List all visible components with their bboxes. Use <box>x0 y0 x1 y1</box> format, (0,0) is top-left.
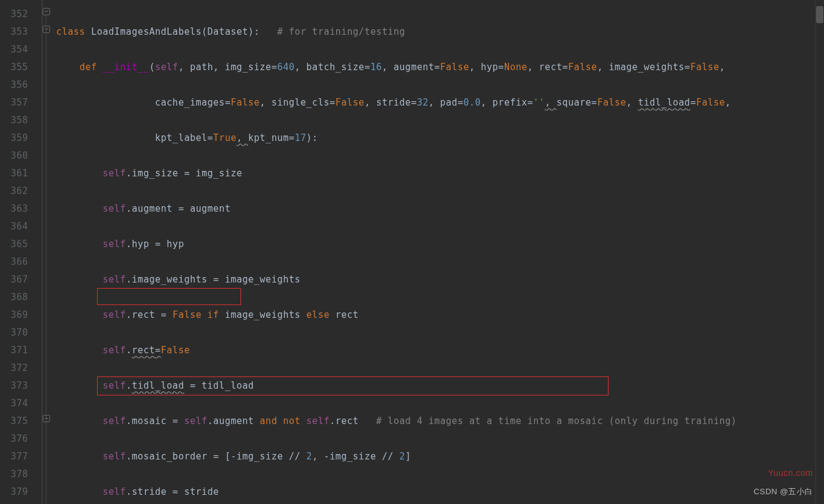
line-number: 375 <box>0 412 28 430</box>
line-number: 365 <box>0 236 28 253</box>
line-number: 378 <box>0 466 28 483</box>
annotation-box <box>97 288 241 305</box>
line-number: 361 <box>0 165 28 182</box>
watermark: CSDN @五小白 <box>751 483 815 500</box>
fold-toggle-icon[interactable]: − <box>43 415 50 422</box>
magic-method: __init__ <box>103 62 149 73</box>
comment: # load 4 images at a time into a mosaic … <box>376 416 737 427</box>
line-number: 359 <box>0 129 28 147</box>
line-number: 358 <box>0 112 28 129</box>
line-number: 374 <box>0 395 28 412</box>
line-number: 372 <box>0 359 28 377</box>
code-editor[interactable]: 352 353 354 355 356 357 358 359 360 361 … <box>0 0 824 504</box>
line-number: 362 <box>0 182 28 200</box>
line-number: 364 <box>0 218 28 236</box>
comment: # for training/testing <box>277 26 405 37</box>
line-number: 354 <box>0 41 28 59</box>
vertical-scrollbar[interactable] <box>815 0 824 504</box>
line-number-gutter: 352 353 354 355 356 357 358 359 360 361 … <box>0 0 43 504</box>
line-number: 360 <box>0 147 28 165</box>
line-number: 377 <box>0 448 28 466</box>
line-number: 356 <box>0 76 28 94</box>
line-number: 353 <box>0 23 28 41</box>
line-number: 379 <box>0 483 28 501</box>
line-number: 366 <box>0 253 28 271</box>
line-number: 352 <box>0 5 28 23</box>
line-number: 369 <box>0 306 28 324</box>
keyword: class <box>56 26 85 37</box>
fold-toggle-icon[interactable]: − <box>43 26 50 33</box>
line-number: 376 <box>0 430 28 448</box>
code-area[interactable]: class LoadImagesAndLabels(Dataset): # fo… <box>56 0 824 504</box>
fold-column: − − − <box>43 0 56 504</box>
line-number: 373 <box>0 377 28 395</box>
fold-toggle-icon[interactable]: − <box>43 8 50 15</box>
line-number: 371 <box>0 342 28 359</box>
fold-guide <box>46 15 46 503</box>
line-number: 357 <box>0 94 28 112</box>
watermark: Yuucn.com <box>768 464 813 482</box>
line-number: 355 <box>0 59 28 76</box>
line-number: 363 <box>0 200 28 218</box>
line-number: 370 <box>0 324 28 342</box>
line-number: 368 <box>0 289 28 306</box>
line-number: 367 <box>0 271 28 289</box>
scrollbar-thumb[interactable] <box>816 6 823 23</box>
